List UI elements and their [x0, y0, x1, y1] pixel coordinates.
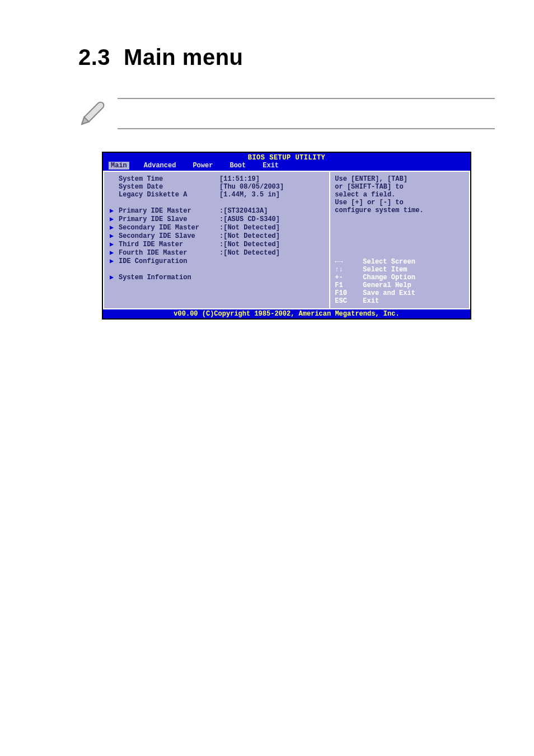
tab-advanced[interactable]: Advanced [142, 162, 179, 170]
submenu-arrow-icon: ▶ [110, 248, 119, 257]
help-line: Use [ENTER], [TAB] [335, 175, 465, 183]
item-label: Fourth IDE Master [119, 249, 219, 257]
submenu-secondary-ide-master[interactable]: ▶ Secondary IDE Master :[Not Detected] [110, 223, 324, 232]
nav-row: F1 General Help [335, 281, 465, 289]
nav-row: ←→ Select Screen [335, 258, 465, 266]
item-value: :[ASUS CD-S340] [219, 215, 280, 223]
section-number: 2.3 [78, 45, 110, 69]
help-line: configure system time. [335, 206, 465, 214]
tab-power[interactable]: Power [190, 162, 215, 170]
submenu-arrow-icon: ▶ [110, 232, 119, 240]
submenu-arrow-icon: ▶ [110, 206, 119, 215]
bios-tab-bar: Main Advanced Power Boot Exit [103, 162, 470, 171]
nav-row: F10 Save and Exit [335, 289, 465, 297]
nav-action: Select Item [363, 266, 407, 274]
help-line: select a field. [335, 191, 465, 199]
item-label: Primary IDE Slave [119, 215, 219, 223]
nav-key: ESC [335, 297, 363, 305]
bios-main-panel: System Time [11:51:19] System Date [Thu … [103, 171, 329, 309]
bios-side-panel: Use [ENTER], [TAB] or [SHIFT-TAB] to sel… [329, 171, 470, 309]
submenu-arrow-icon: ▶ [110, 240, 119, 248]
submenu-third-ide-master[interactable]: ▶ Third IDE Master :[Not Detected] [110, 240, 324, 248]
page-heading: 2.3Main menu [78, 45, 495, 70]
submenu-arrow-icon: ▶ [110, 273, 119, 281]
nav-row: ESC Exit [335, 297, 465, 305]
item-label: IDE Configuration [119, 257, 219, 265]
item-value: :[Not Detected] [219, 224, 280, 232]
bios-footer: v00.00 (C)Copyright 1985-2002, American … [103, 309, 470, 318]
item-label: Third IDE Master [119, 241, 219, 248]
nav-key: F10 [335, 289, 363, 297]
bios-title: BIOS SETUP UTILITY [103, 153, 470, 162]
submenu-ide-configuration[interactable]: ▶ IDE Configuration [110, 257, 324, 265]
nav-row: +- Change Option [335, 274, 465, 281]
section-title: Main menu [124, 45, 243, 69]
item-label: Primary IDE Master [119, 207, 219, 215]
tab-main[interactable]: Main [109, 162, 129, 170]
nav-key: ←→ [335, 258, 363, 266]
item-label: System Time [119, 175, 219, 183]
submenu-fourth-ide-master[interactable]: ▶ Fourth IDE Master :[Not Detected] [110, 248, 324, 257]
item-value: :[ST320413A] [219, 207, 268, 215]
item-system-time[interactable]: System Time [11:51:19] [110, 175, 324, 183]
item-label: Secondary IDE Master [119, 224, 219, 232]
nav-key: F1 [335, 281, 363, 289]
item-system-date[interactable]: System Date [Thu 08/05/2003] [110, 183, 324, 191]
submenu-arrow-icon: ▶ [110, 215, 119, 223]
submenu-primary-ide-slave[interactable]: ▶ Primary IDE Slave :[ASUS CD-S340] [110, 215, 324, 223]
item-value: [11:51:19] [219, 175, 260, 183]
nav-action: General Help [363, 281, 411, 289]
item-value: [1.44M, 3.5 in] [219, 191, 280, 199]
nav-row: ↑↓ Select Item [335, 266, 465, 274]
pencil-icon [78, 100, 106, 128]
note-box [118, 98, 495, 129]
nav-action: Exit [363, 297, 379, 305]
nav-key: +- [335, 274, 363, 281]
item-label: System Information [119, 274, 219, 281]
item-label: Legacy Diskette A [119, 191, 219, 199]
item-label: System Date [119, 183, 219, 191]
item-value: :[Not Detected] [219, 249, 280, 257]
item-value: :[Not Detected] [219, 232, 280, 240]
tab-boot[interactable]: Boot [227, 162, 248, 170]
nav-action: Change Option [363, 274, 415, 281]
nav-action: Save and Exit [363, 289, 415, 297]
item-legacy-diskette[interactable]: Legacy Diskette A [1.44M, 3.5 in] [110, 191, 324, 199]
help-line: Use [+] or [-] to [335, 199, 465, 206]
bios-setup-utility: BIOS SETUP UTILITY Main Advanced Power B… [102, 152, 471, 320]
item-value: :[Not Detected] [219, 241, 280, 248]
nav-action: Select Screen [363, 258, 415, 266]
help-text: Use [ENTER], [TAB] or [SHIFT-TAB] to sel… [335, 175, 465, 214]
submenu-arrow-icon: ▶ [110, 257, 119, 265]
nav-legend: ←→ Select Screen ↑↓ Select Item +- Chang… [335, 258, 465, 305]
item-label: Secondary IDE Slave [119, 232, 219, 240]
item-value: [Thu 08/05/2003] [219, 183, 284, 191]
submenu-arrow-icon: ▶ [110, 223, 119, 232]
nav-key: ↑↓ [335, 266, 363, 274]
help-line: or [SHIFT-TAB] to [335, 183, 465, 191]
submenu-primary-ide-master[interactable]: ▶ Primary IDE Master :[ST320413A] [110, 206, 324, 215]
submenu-system-information[interactable]: ▶ System Information [110, 273, 324, 281]
tab-exit[interactable]: Exit [260, 162, 281, 170]
submenu-secondary-ide-slave[interactable]: ▶ Secondary IDE Slave :[Not Detected] [110, 232, 324, 240]
